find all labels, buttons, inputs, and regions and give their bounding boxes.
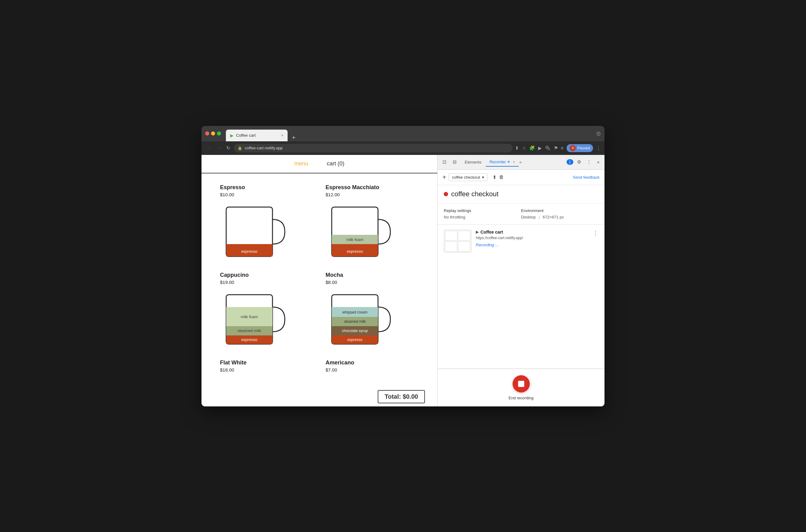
replay-settings-left: Replay settings No throttling [444,208,521,220]
cart-nav-link[interactable]: cart (0) [327,160,344,167]
devtools-toolbar-right: 1 ⚙ ⋮ × [567,158,601,166]
new-tab-button[interactable]: + [290,134,298,141]
recording-selector-dropdown[interactable]: coffee checkout ▾ [449,173,487,181]
thumb-mini-3 [445,241,457,251]
end-recording-label: End recording [508,396,534,400]
coffee-name: Mocha [326,272,419,278]
send-feedback-link[interactable]: Send feedback [573,175,599,179]
maximize-window-button[interactable] [217,131,221,135]
addressbar: ← → ↻ 🔒 coffee-cart.netlify.app ⬆ ☆ 🧩 ▶ … [202,141,604,155]
devtools-settings-button[interactable]: ⚙ [575,158,583,166]
coffee-name: Cappucino [220,272,313,278]
security-icon: 🔒 [237,146,242,150]
thumb-mini-2 [458,231,470,241]
resolution-value: 672×671 px [543,215,564,220]
coffee-item-flat-white[interactable]: Flat White $18.00 [214,355,319,381]
delete-recording-button[interactable]: 🗑 [499,174,504,180]
recorder-header: + coffee checkout ▾ ⬆ 🗑 Send feedback [438,170,604,185]
media-icon[interactable]: ▶ [538,145,542,151]
extension2-icon[interactable]: ≡ [561,145,564,151]
coffee-price: $18.00 [220,367,313,373]
browser-window: ▶ Coffee cart × + ⊙ ← → ↻ 🔒 coffee-cart.… [202,126,604,406]
share-icon[interactable]: ⬆ [515,145,519,151]
more-tabs-button[interactable]: » [519,160,521,165]
reload-button[interactable]: ↻ [225,144,231,152]
notification-badge: 1 [567,159,574,165]
recorder-actions: ⬆ 🗑 [493,174,504,180]
devtools-close-button[interactable]: × [595,158,601,166]
coffee-item-espresso-macchiato[interactable]: Espresso Macchiato $12.00 milk foam [319,179,425,267]
recording-entry: ▶ Coffee cart https://coffee-cart.netlif… [438,225,604,369]
coffee-item-espresso[interactable]: Espresso $10.00 [214,179,319,267]
svg-text:whipped cream: whipped cream [342,310,367,315]
coffee-price: $8.00 [326,280,419,285]
puzzle-icon[interactable]: 🔌 [545,145,551,151]
website-pane: menu cart (0) Espresso $10.00 [202,155,438,406]
chrome-menu-icon[interactable]: ⋮ [596,145,601,151]
profile-avatar: A [570,145,576,151]
svg-text:steamed milk: steamed milk [344,319,366,324]
coffee-name: Americano [326,360,419,366]
minimize-window-button[interactable] [211,131,215,135]
tab-elements[interactable]: Elements [461,158,485,166]
replay-settings-label: Replay settings [444,208,521,213]
extensions-icon[interactable]: 🧩 [529,145,535,151]
devtools-tabs: Elements Recorder ✶ × » [461,158,521,167]
browser-tab-active[interactable]: ▶ Coffee cart × [226,130,288,141]
chevron-down-icon: ▾ [482,175,484,179]
address-bar[interactable]: 🔒 coffee-cart.netlify.app [234,144,513,152]
throttling-value: No throttling [444,215,521,220]
coffee-price: $7.00 [326,367,419,373]
close-window-button[interactable] [205,131,209,135]
menu-nav-link[interactable]: menu [294,160,308,167]
recorder-tab-close[interactable]: × [513,160,515,164]
entry-title-text: Coffee cart [480,230,503,234]
tab-title: Coffee cart [236,133,255,138]
svg-text:espresso: espresso [241,249,258,254]
recorder-panel: + coffee checkout ▾ ⬆ 🗑 Send feedback co… [438,170,604,406]
entry-url: https://coffee-cart.netlify.app/ [476,236,589,240]
svg-text:milk foam: milk foam [346,237,364,242]
add-recording-button[interactable]: + [442,174,446,181]
svg-text:espresso: espresso [241,337,258,342]
coffee-price: $19.00 [220,280,313,285]
profile-button[interactable]: A Paused [567,144,593,152]
devtools-device-tool[interactable]: ⊟ [451,158,459,166]
devtools-chevron-icon[interactable]: ⊙ [596,130,601,137]
tab-close-button[interactable]: × [281,133,283,138]
recording-title-section: coffee checkout [438,185,604,203]
settings-divider: | [539,215,540,220]
flag-icon[interactable]: ⚑ [554,145,558,151]
dropdown-label: coffee checkout [452,175,480,179]
devtools-pane: ⊡ ⊟ Elements Recorder ✶ × » 1 ⚙ ⋮ × [438,155,604,406]
recorder-tab-label: Recorder ✶ [490,159,511,164]
coffee-item-cappucino[interactable]: Cappucino $19.00 [214,267,319,355]
tabs-bar: ▶ Coffee cart × + [226,126,594,141]
tab-recorder[interactable]: Recorder ✶ × [486,158,519,167]
coffee-name: Flat White [220,360,313,366]
export-recording-button[interactable]: ⬆ [493,174,497,180]
back-button[interactable]: ← [205,144,213,152]
site-navigation: menu cart (0) [202,155,437,173]
espresso-mug: espresso [220,201,288,263]
expand-icon[interactable]: ▶ [476,230,479,234]
bookmark-icon[interactable]: ☆ [522,145,526,151]
entry-title: ▶ Coffee cart [476,230,589,234]
stop-icon [518,381,524,387]
forward-button[interactable]: → [215,144,223,152]
coffee-item-mocha[interactable]: Mocha $8.00 [319,267,425,355]
entry-thumbnail [444,230,472,253]
profile-status: Paused [577,146,590,150]
thumb-mini-1 [445,231,457,241]
svg-text:steamed milk: steamed milk [237,328,261,333]
devtools-more-button[interactable]: ⋮ [585,158,593,166]
coffee-price: $12.00 [326,192,419,197]
stop-recording-button[interactable] [513,375,530,393]
replay-settings-section: Replay settings No throttling Environmen… [438,203,604,225]
desktop-label: Desktop [521,215,536,220]
devtools-select-tool[interactable]: ⊡ [441,158,448,166]
entry-menu-button[interactable]: ⋮ [593,230,598,236]
coffee-item-americano[interactable]: Americano $7.00 [319,355,425,381]
recording-title-text: coffee checkout [451,190,499,198]
entry-info: ▶ Coffee cart https://coffee-cart.netlif… [476,230,589,247]
